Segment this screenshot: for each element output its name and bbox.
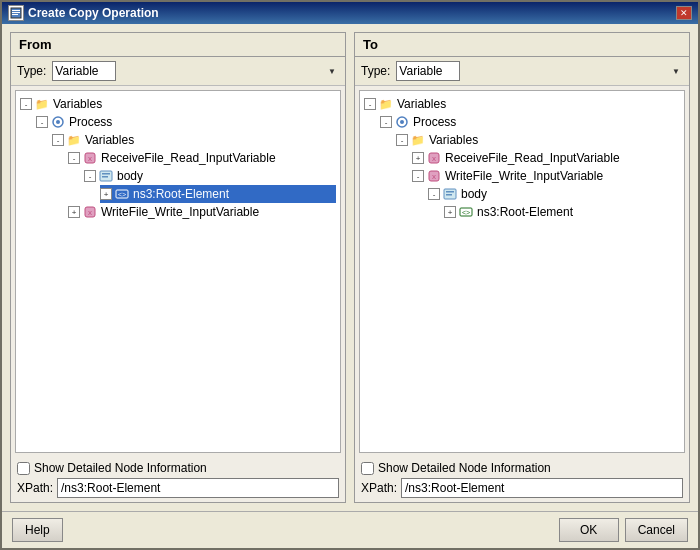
svg-rect-10: [102, 176, 108, 178]
from-expander-vars-sub[interactable]: -: [52, 134, 64, 146]
to-tree-children-1: - Process - 📁: [364, 113, 680, 221]
to-expander-process[interactable]: -: [380, 116, 392, 128]
to-tree-body[interactable]: - body: [428, 185, 680, 203]
from-expander-body[interactable]: -: [84, 170, 96, 182]
from-tree-body[interactable]: - body: [84, 167, 336, 185]
footer-ok-cancel: OK Cancel: [559, 518, 688, 542]
to-tree-process[interactable]: - Process: [380, 113, 680, 131]
to-expander-write[interactable]: -: [412, 170, 424, 182]
from-expander-receive[interactable]: -: [68, 152, 80, 164]
to-expander-root[interactable]: +: [444, 206, 456, 218]
to-tree-root-element[interactable]: + <> ns3:Root-Element: [444, 203, 680, 221]
from-tree[interactable]: - 📁 Variables - Process: [15, 90, 341, 453]
from-expander-process[interactable]: -: [36, 116, 48, 128]
to-body-icon: [442, 186, 458, 202]
to-tree-variables-root[interactable]: - 📁 Variables: [364, 95, 680, 113]
from-node-write-var: WriteFile_Write_InputVariable: [101, 205, 259, 219]
to-node-variables-sub: Variables: [429, 133, 478, 147]
to-tree[interactable]: - 📁 Variables - Process: [359, 90, 685, 453]
from-xpath-row: XPath:: [17, 478, 339, 498]
from-node-variables-sub: Variables: [85, 133, 134, 147]
ok-button[interactable]: OK: [559, 518, 619, 542]
to-node-write-var: WriteFile_Write_InputVariable: [445, 169, 603, 183]
svg-rect-9: [102, 173, 110, 175]
to-expander-vars-sub[interactable]: -: [396, 134, 408, 146]
from-bottom: Show Detailed Node Information XPath:: [11, 457, 345, 502]
svg-rect-1: [12, 10, 20, 11]
from-panel: From Type: Variable - 📁 Variables: [10, 32, 346, 503]
from-type-label: Type:: [17, 64, 46, 78]
from-tree-children-4: - body: [68, 167, 336, 203]
svg-text:x: x: [432, 154, 436, 163]
svg-rect-3: [12, 14, 18, 15]
svg-text:<>: <>: [118, 191, 126, 198]
svg-rect-22: [446, 191, 454, 193]
to-folder-icon: 📁: [378, 96, 394, 112]
from-tree-children-3: - x ReceiveFile_Read_InputVariable: [52, 149, 336, 221]
to-xpath-label: XPath:: [361, 481, 397, 495]
help-button[interactable]: Help: [12, 518, 63, 542]
from-expander-root[interactable]: +: [100, 188, 112, 200]
to-tree-children-3: + x ReceiveFile_Read_InputVariable: [396, 149, 680, 221]
main-content: From Type: Variable - 📁 Variables: [2, 24, 698, 511]
close-button[interactable]: ✕: [676, 6, 692, 20]
from-node-process: Process: [69, 115, 112, 129]
svg-rect-23: [446, 194, 452, 196]
window-icon: [8, 5, 24, 21]
to-detail-label[interactable]: Show Detailed Node Information: [378, 461, 551, 475]
to-expander-vars[interactable]: -: [364, 98, 376, 110]
to-node-process: Process: [413, 115, 456, 129]
to-xpath-input[interactable]: [401, 478, 683, 498]
from-node-receive-var: ReceiveFile_Read_InputVariable: [101, 151, 276, 165]
from-folder-icon-2: 📁: [66, 132, 82, 148]
from-tree-children-5: + <> ns3:Root-Element: [84, 185, 336, 203]
to-bottom: Show Detailed Node Information XPath:: [355, 457, 689, 502]
from-node-variables: Variables: [53, 97, 102, 111]
svg-text:x: x: [88, 154, 92, 163]
from-tree-receive-var[interactable]: - x ReceiveFile_Read_InputVariable: [68, 149, 336, 167]
to-expander-body[interactable]: -: [428, 188, 440, 200]
from-checkbox-row: Show Detailed Node Information: [17, 461, 339, 475]
svg-rect-2: [12, 12, 20, 13]
svg-text:<>: <>: [462, 209, 470, 216]
from-expander-vars[interactable]: -: [20, 98, 32, 110]
to-tree-receive-var[interactable]: + x ReceiveFile_Read_InputVariable: [412, 149, 680, 167]
from-detail-checkbox[interactable]: [17, 462, 30, 475]
to-variable-icon-receive: x: [426, 150, 442, 166]
to-type-select[interactable]: Variable: [396, 61, 460, 81]
to-expander-receive[interactable]: +: [412, 152, 424, 164]
from-expander-write[interactable]: +: [68, 206, 80, 218]
svg-text:x: x: [432, 172, 436, 181]
to-node-root-element: ns3:Root-Element: [477, 205, 573, 219]
to-tree-write-var[interactable]: - x WriteFile_Write_InputVariable: [412, 167, 680, 185]
to-type-label: Type:: [361, 64, 390, 78]
svg-point-16: [400, 120, 404, 124]
from-xpath-input[interactable]: [57, 478, 339, 498]
to-tree-children-4: - body: [412, 185, 680, 221]
to-detail-checkbox[interactable]: [361, 462, 374, 475]
from-type-select-wrapper[interactable]: Variable: [52, 61, 339, 81]
from-body-icon: [98, 168, 114, 184]
from-tree-variables-root[interactable]: - 📁 Variables: [20, 95, 336, 113]
to-node-receive-var: ReceiveFile_Read_InputVariable: [445, 151, 620, 165]
to-tree-variables-sub[interactable]: - 📁 Variables: [396, 131, 680, 149]
from-tree-children-2: - 📁 Variables - x: [36, 131, 336, 221]
from-variable-icon-receive: x: [82, 150, 98, 166]
from-detail-label[interactable]: Show Detailed Node Information: [34, 461, 207, 475]
svg-text:x: x: [88, 208, 92, 217]
from-process-icon: [50, 114, 66, 130]
from-tree-process[interactable]: - Process: [36, 113, 336, 131]
to-tree-children-5: + <> ns3:Root-Element: [428, 203, 680, 221]
to-header: To: [355, 33, 689, 57]
svg-point-5: [56, 120, 60, 124]
from-tree-root-element[interactable]: + <> ns3:Root-Element: [100, 185, 336, 203]
to-element-icon: <>: [458, 204, 474, 220]
from-tree-write-var[interactable]: + x WriteFile_Write_InputVariable: [68, 203, 336, 221]
cancel-button[interactable]: Cancel: [625, 518, 688, 542]
window-title: Create Copy Operation: [28, 6, 159, 20]
from-xpath-label: XPath:: [17, 481, 53, 495]
to-type-select-wrapper[interactable]: Variable: [396, 61, 683, 81]
from-node-root-element: ns3:Root-Element: [133, 187, 229, 201]
from-tree-variables-sub[interactable]: - 📁 Variables: [52, 131, 336, 149]
from-type-select[interactable]: Variable: [52, 61, 116, 81]
